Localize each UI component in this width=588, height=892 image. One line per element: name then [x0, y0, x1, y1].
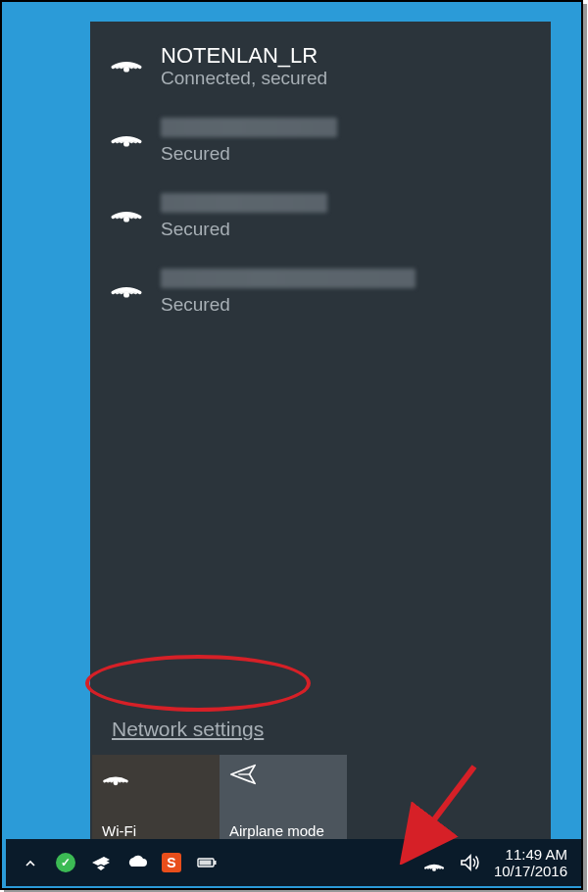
airplane-icon — [229, 763, 337, 789]
clock-time: 11:49 AM — [494, 846, 567, 863]
screenshot-frame: NOTENLAN_LRConnected, securedSecuredSecu… — [0, 0, 583, 890]
tray-left: ✓ S — [20, 852, 218, 873]
network-text: Secured — [161, 269, 416, 317]
network-ssid: NOTENLAN_LR — [161, 43, 327, 68]
network-status: Secured — [161, 143, 337, 166]
network-status: Connected, secured — [161, 68, 327, 90]
wifi-icon — [102, 763, 210, 789]
power-tray-icon[interactable] — [196, 852, 218, 873]
network-text: NOTENLAN_LRConnected, secured — [161, 43, 327, 90]
network-text: Secured — [161, 193, 327, 241]
airplane-mode-tile[interactable]: Airplane mode — [220, 755, 347, 845]
network-settings-link[interactable]: Network settings — [112, 718, 264, 740]
network-status: Secured — [161, 294, 416, 317]
wifi-tray-icon[interactable] — [423, 852, 445, 873]
network-flyout: NOTENLAN_LRConnected, securedSecuredSecu… — [90, 22, 551, 845]
wifi-icon — [110, 45, 143, 73]
wifi-icon — [110, 195, 143, 223]
dropbox-tray-icon[interactable] — [90, 852, 112, 873]
taskbar: ✓ S 11:49 AM 10/17/2016 — [6, 839, 581, 886]
airplane-tile-label: Airplane mode — [229, 822, 337, 839]
network-ssid — [161, 118, 337, 137]
tray-right: 11:49 AM 10/17/2016 — [423, 846, 573, 880]
network-list: NOTENLAN_LRConnected, securedSecuredSecu… — [90, 22, 551, 710]
volume-tray-icon[interactable] — [459, 852, 480, 873]
clock-date: 10/17/2016 — [494, 863, 567, 879]
network-text: Secured — [161, 118, 337, 166]
wifi-icon — [110, 120, 143, 147]
wifi-tile[interactable]: Wi-Fi — [92, 755, 220, 845]
network-item[interactable]: Secured — [90, 106, 551, 181]
wifi-tile-label: Wi-Fi — [102, 822, 210, 839]
network-status: Secured — [161, 219, 327, 241]
network-item[interactable]: Secured — [90, 257, 551, 332]
wifi-icon — [110, 271, 143, 298]
network-ssid — [161, 269, 416, 288]
sogou-tray-icon[interactable]: S — [161, 852, 182, 873]
quick-action-tiles: Wi-Fi Airplane mode — [90, 755, 551, 845]
network-item[interactable]: Secured — [90, 181, 551, 257]
network-settings-row: Network settings — [90, 710, 551, 755]
security-tray-icon[interactable]: ✓ — [55, 852, 76, 873]
taskbar-clock[interactable]: 11:49 AM 10/17/2016 — [494, 846, 573, 880]
network-item[interactable]: NOTENLAN_LRConnected, secured — [90, 31, 551, 106]
tray-overflow-chevron-icon[interactable] — [20, 852, 41, 873]
onedrive-tray-icon[interactable] — [125, 852, 147, 873]
network-ssid — [161, 193, 327, 213]
